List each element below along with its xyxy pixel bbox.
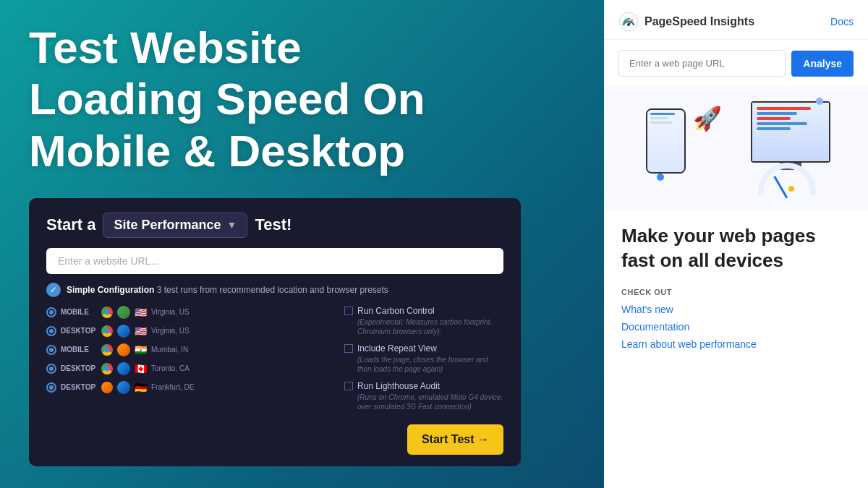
- psi-docs-link[interactable]: Docs: [830, 16, 854, 27]
- start-label: Start a: [46, 215, 95, 234]
- psi-link-whats-new[interactable]: What's new: [621, 304, 851, 315]
- speedometer-needle: [773, 176, 788, 199]
- psi-brand: PageSpeed Insights: [618, 12, 754, 32]
- option-desc-text: (Runs on Chrome, emulated Moto G4 device…: [357, 393, 503, 411]
- psi-analyse-button[interactable]: Analyse: [791, 51, 854, 77]
- table-row: MOBILE 🇺🇸 Virginia, US: [46, 306, 330, 319]
- psi-brand-name: PageSpeed Insights: [644, 15, 754, 28]
- wpt-card: Start a Site Performance ▼ Test! Enter a…: [29, 198, 521, 466]
- psi-url-input[interactable]: [618, 50, 786, 77]
- device-label: DESKTOP: [61, 364, 97, 372]
- table-row: MOBILE 🇮🇳 Mumbai, IN: [46, 343, 330, 356]
- option-label: Run Lighthouse Audit: [344, 381, 503, 391]
- psi-content: Make your web pages fast on all devices …: [604, 210, 868, 370]
- table-row: DESKTOP 🇺🇸 Virginia, US: [46, 325, 330, 338]
- network-cable-icon: [117, 362, 130, 375]
- dot-blue: [657, 174, 664, 181]
- simple-config-text: Simple Configuration 3 test runs from re…: [67, 285, 388, 295]
- location-text: Frankfurt, DE: [151, 383, 194, 391]
- simple-config-row: ✓ Simple Configuration 3 test runs from …: [46, 283, 503, 297]
- flag-icon: 🇨🇦: [135, 363, 147, 374]
- start-test-button[interactable]: Start Test →: [407, 424, 503, 455]
- option-carbon-control: Run Carbon Control (Experimental: Measur…: [344, 306, 503, 336]
- flag-icon: 🇺🇸: [135, 307, 147, 318]
- start-test-row: Start Test →: [344, 424, 503, 455]
- table-row: DESKTOP 🇨🇦 Toronto, CA: [46, 362, 330, 375]
- psi-search-row: Analyse: [604, 40, 868, 87]
- radio-button[interactable]: [46, 364, 56, 374]
- dot-light-blue: [816, 98, 823, 105]
- network-cable-icon: [117, 325, 130, 338]
- url-input-display[interactable]: Enter a website URL...: [46, 248, 503, 274]
- option-label-text: Run Carbon Control: [357, 306, 435, 316]
- test-rows-list: MOBILE 🇺🇸 Virginia, US DESKTOP 🇺🇸 Virgin…: [46, 306, 330, 455]
- rocket-icon: 🚀: [693, 105, 722, 132]
- option-label: Run Carbon Control: [344, 306, 503, 316]
- option-label-text: Run Lighthouse Audit: [357, 381, 440, 391]
- location-text: Toronto, CA: [151, 364, 190, 372]
- psi-link-learn-performance[interactable]: Learn about web performance: [621, 338, 851, 350]
- chrome-icon: [101, 307, 113, 318]
- url-placeholder-text: Enter a website URL...: [58, 255, 159, 267]
- device-label: DESKTOP: [61, 327, 97, 335]
- device-label: DESKTOP: [61, 383, 97, 391]
- location-text: Mumbai, IN: [151, 346, 188, 354]
- monitor-illustration: [751, 101, 830, 163]
- table-row: DESKTOP 🇩🇪 Frankfurt, DE: [46, 381, 330, 394]
- psi-header: PageSpeed Insights Docs: [604, 0, 868, 40]
- location-text: Virginia, US: [151, 308, 190, 316]
- left-panel: Test WebsiteLoading Speed OnMobile & Des…: [0, 0, 604, 488]
- radio-button[interactable]: [46, 345, 56, 355]
- psi-headline: Make your web pages fast on all devices: [621, 224, 851, 273]
- device-label: MOBILE: [61, 346, 97, 354]
- right-panel: PageSpeed Insights Docs Analyse 🚀: [604, 0, 868, 488]
- option-desc-text: (Experimental: Measures carbon footprint…: [357, 317, 503, 336]
- radio-button[interactable]: [46, 326, 56, 336]
- chevron-down-icon: ▼: [227, 219, 237, 231]
- main-headline: Test WebsiteLoading Speed OnMobile & Des…: [29, 22, 575, 176]
- test-type-dropdown[interactable]: Site Performance ▼: [103, 213, 247, 238]
- network-4g-icon: [117, 306, 130, 319]
- illustration-container: 🚀: [635, 94, 838, 202]
- monitor-screen: [752, 103, 829, 161]
- firefox-icon: [101, 382, 113, 393]
- option-repeat-view: Include Repeat View (Loads the page, clo…: [344, 343, 503, 374]
- flag-icon: 🇩🇪: [135, 382, 147, 393]
- chrome-icon: [101, 344, 113, 356]
- phone-screen: [647, 110, 684, 172]
- radio-button[interactable]: [46, 382, 56, 393]
- test-suffix-label: Test!: [255, 215, 292, 234]
- svg-point-2: [627, 23, 630, 26]
- repeat-view-checkbox[interactable]: [344, 344, 353, 353]
- config-check-icon: ✓: [46, 283, 61, 297]
- chrome-icon: [101, 363, 113, 374]
- option-label-text: Include Repeat View: [357, 343, 437, 354]
- wpt-content-area: MOBILE 🇺🇸 Virginia, US DESKTOP 🇺🇸 Virgin…: [46, 306, 503, 455]
- psi-check-out-label: CHECK OUT: [621, 288, 851, 296]
- network-3g-icon: [117, 343, 130, 356]
- flag-icon: 🇺🇸: [135, 325, 147, 337]
- psi-link-documentation[interactable]: Documentation: [621, 321, 851, 333]
- option-lighthouse: Run Lighthouse Audit (Runs on Chrome, em…: [344, 381, 503, 411]
- lighthouse-checkbox[interactable]: [344, 382, 353, 390]
- radio-button[interactable]: [46, 307, 56, 317]
- wpt-card-header: Start a Site Performance ▼ Test!: [46, 213, 503, 238]
- options-panel: Run Carbon Control (Experimental: Measur…: [344, 306, 503, 455]
- speedometer-illustration: [758, 163, 816, 195]
- network-cable-icon: [117, 381, 130, 394]
- option-label: Include Repeat View: [344, 343, 503, 354]
- option-desc-text: (Loads the page, closes the browser and …: [357, 355, 503, 374]
- carbon-control-checkbox[interactable]: [344, 307, 353, 315]
- location-text: Virginia, US: [151, 327, 190, 335]
- phone-illustration: [646, 108, 686, 174]
- chrome-icon: [101, 325, 113, 337]
- device-label: MOBILE: [61, 308, 97, 316]
- speedometer-arc: [758, 163, 816, 195]
- psi-illustration: 🚀: [604, 87, 868, 210]
- flag-icon: 🇮🇳: [135, 344, 147, 356]
- psi-logo-icon: [618, 12, 639, 32]
- dropdown-label: Site Performance: [114, 218, 221, 233]
